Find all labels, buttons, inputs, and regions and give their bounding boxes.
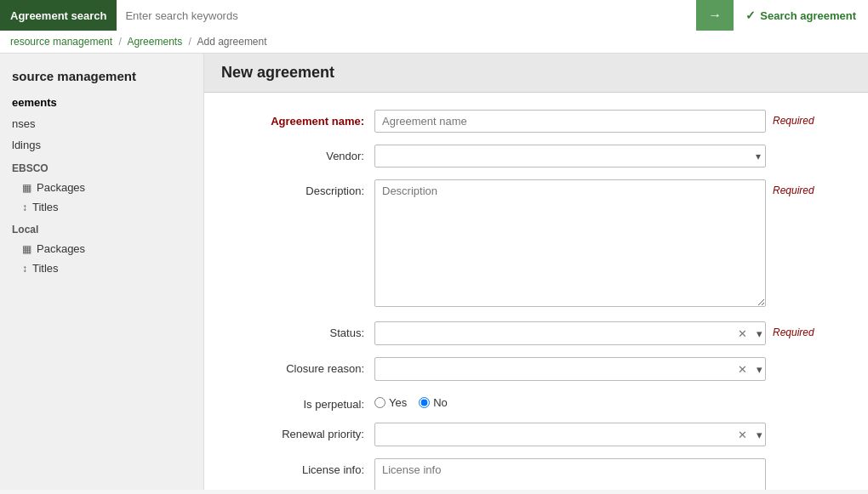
local-packages-icon: ▦ (22, 243, 31, 255)
license-info-row: License info: (221, 458, 851, 490)
breadcrumb-separator-1: / (118, 36, 121, 48)
sidebar-item-local-titles[interactable]: ↕ Titles (0, 258, 203, 278)
agreement-name-input[interactable] (374, 110, 766, 133)
vendor-select-wrapper: ▾ (374, 145, 766, 168)
agreement-name-label: Agreement name: (221, 110, 374, 128)
arrow-icon: → (708, 8, 722, 23)
local-titles-label: Titles (32, 262, 59, 275)
ebsco-titles-label: Titles (32, 201, 59, 213)
renewal-priority-field: ✕ ▾ (374, 423, 766, 446)
is-perpetual-row: Is perpetual: Yes No (221, 393, 851, 411)
sidebar-item-agreements[interactable]: eements (0, 92, 203, 113)
is-perpetual-no-radio[interactable] (419, 397, 430, 408)
status-dropdown-button[interactable]: ▾ (757, 327, 762, 340)
is-perpetual-field: Yes No (374, 393, 766, 409)
form-container: Agreement name: Required Vendor: ▾ (204, 93, 868, 490)
status-label: Status: (221, 321, 374, 339)
ebsco-packages-label: Packages (37, 181, 85, 194)
description-textarea[interactable] (374, 179, 766, 307)
sidebar-item-ebsco-titles[interactable]: ↕ Titles (0, 197, 203, 217)
renewal-select-wrapper: ✕ ▾ (374, 423, 766, 446)
vendor-row: Vendor: ▾ (221, 145, 851, 168)
is-perpetual-radio-group: Yes No (374, 393, 766, 409)
vendor-field: ▾ (374, 145, 766, 168)
local-packages-label: Packages (37, 242, 85, 255)
status-select[interactable] (374, 321, 766, 345)
breadcrumb-link-resource[interactable]: resource management (10, 36, 112, 48)
status-row: Status: ✕ ▾ Required (221, 321, 851, 345)
sidebar-item-licenses[interactable]: nses (0, 113, 203, 134)
page-title: New agreement (204, 54, 868, 93)
no-label: No (433, 396, 448, 409)
breadcrumb-link-agreements[interactable]: Agreements (127, 36, 182, 48)
description-row: Description: Required (221, 179, 851, 309)
vendor-select[interactable] (374, 145, 766, 168)
search-agreement-button[interactable]: ✓ Search agreement (734, 0, 868, 31)
is-perpetual-yes-option[interactable]: Yes (374, 396, 407, 409)
renewal-priority-label: Renewal priority: (221, 423, 374, 440)
search-agreement-label: Search agreement (760, 9, 856, 22)
license-info-label: License info: (221, 458, 374, 476)
sidebar-item-ebsco-packages[interactable]: ▦ Packages (0, 178, 203, 197)
agreement-name-row: Agreement name: Required (221, 110, 851, 133)
closure-reason-row: Closure reason: ✕ ▾ (221, 357, 851, 381)
description-required: Required (766, 179, 814, 196)
status-field: ✕ ▾ (374, 321, 766, 345)
local-titles-icon: ↕ (22, 263, 27, 275)
is-perpetual-yes-radio[interactable] (374, 397, 385, 408)
renewal-clear-button[interactable]: ✕ (738, 429, 747, 441)
breadcrumb-current: Add agreement (197, 36, 267, 48)
content-area: New agreement Agreement name: Required V… (204, 54, 868, 490)
license-info-textarea[interactable] (374, 458, 766, 490)
is-perpetual-no-option[interactable]: No (419, 396, 448, 409)
search-go-button[interactable]: → (696, 0, 734, 31)
status-required: Required (766, 321, 814, 338)
search-label: Agreement search (0, 0, 117, 31)
closure-reason-field: ✕ ▾ (374, 357, 766, 381)
status-select-wrapper: ✕ ▾ (374, 321, 766, 345)
sidebar-section-ebsco: EBSCO (0, 156, 203, 178)
renewal-priority-select[interactable] (374, 423, 766, 446)
search-input[interactable] (117, 0, 696, 31)
sidebar-title: source management (0, 64, 203, 92)
closure-reason-select[interactable] (374, 357, 766, 381)
vendor-label: Vendor: (221, 145, 374, 162)
main-layout: source management eements nses ldings EB… (0, 54, 868, 490)
top-bar: Agreement search → ✓ Search agreement (0, 0, 868, 31)
yes-label: Yes (389, 396, 407, 409)
sidebar: source management eements nses ldings EB… (0, 54, 204, 490)
closure-reason-label: Closure reason: (221, 357, 374, 375)
sidebar-section-local: Local (0, 217, 203, 239)
closure-clear-button[interactable]: ✕ (738, 363, 747, 376)
renewal-dropdown-button[interactable]: ▾ (757, 429, 762, 441)
check-icon: ✓ (745, 9, 756, 22)
agreement-name-required: Required (766, 110, 814, 127)
sidebar-item-holdings[interactable]: ldings (0, 134, 203, 156)
breadcrumb: resource management / Agreements / Add a… (0, 31, 868, 54)
closure-dropdown-button[interactable]: ▾ (757, 363, 762, 376)
breadcrumb-separator-2: / (188, 36, 191, 48)
is-perpetual-label: Is perpetual: (221, 393, 374, 411)
closure-select-wrapper: ✕ ▾ (374, 357, 766, 381)
packages-icon: ▦ (22, 182, 31, 194)
renewal-priority-row: Renewal priority: ✕ ▾ (221, 423, 851, 446)
description-label: Description: (221, 179, 374, 197)
license-info-field (374, 458, 766, 490)
titles-icon: ↕ (22, 202, 27, 213)
description-field (374, 179, 766, 309)
status-clear-button[interactable]: ✕ (738, 327, 747, 340)
sidebar-item-local-packages[interactable]: ▦ Packages (0, 239, 203, 258)
agreement-name-field (374, 110, 766, 133)
